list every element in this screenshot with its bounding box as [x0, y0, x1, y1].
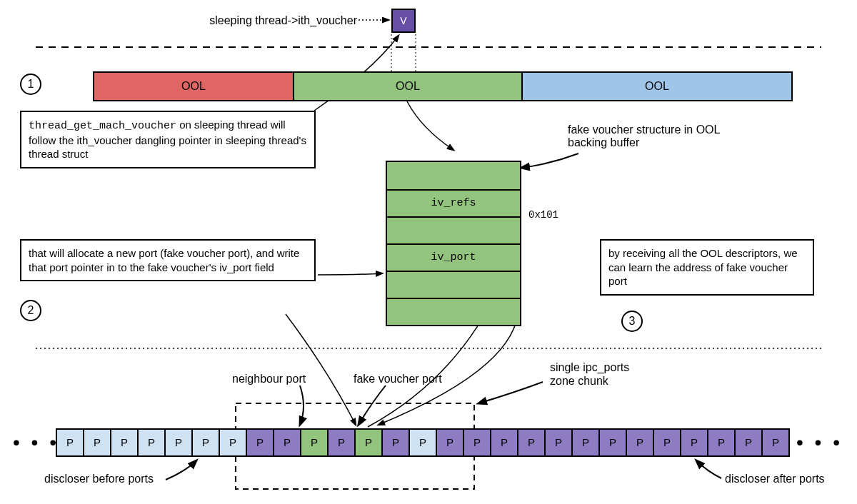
zone-chunk-line1: single ipc_ports — [550, 361, 629, 373]
struct-row-blank1 — [387, 162, 520, 189]
struct-row-blank3 — [387, 271, 520, 298]
sleeping-thread-label: sleeping thread->ith_voucher — [136, 14, 357, 27]
port-after: P — [626, 428, 654, 457]
port-chunk: P — [381, 428, 410, 457]
port-fake-voucher: P — [354, 428, 383, 457]
port-before: P — [164, 428, 193, 457]
port-before: P — [219, 428, 247, 457]
ool-segment-3: OOL — [523, 73, 791, 100]
struct-row-iv-refs: iv_refs — [387, 189, 520, 216]
neighbour-port-label: neighbour port — [232, 373, 306, 385]
step-3-marker: 3 — [621, 311, 643, 332]
port-after: P — [734, 428, 763, 457]
port-after: P — [598, 428, 627, 457]
hex-value: 0x101 — [528, 209, 558, 221]
port-before: P — [56, 428, 84, 457]
discloser-after-label: discloser after ports — [725, 473, 825, 485]
port-after: P — [571, 428, 600, 457]
step-1-marker: 1 — [20, 74, 41, 95]
step-1-text: thread_get_mach_voucher on sleeping thre… — [20, 111, 316, 168]
port-row: P P P P P P P P P P P P P P P P P P P P … — [56, 428, 790, 457]
step-3-text: by receiving all the OOL descriptors, we… — [600, 239, 814, 296]
port-before: P — [110, 428, 139, 457]
port-chunk: P — [436, 428, 464, 457]
struct-row-blank4 — [387, 298, 520, 325]
port-after: P — [653, 428, 681, 457]
fake-voucher-struct: iv_refs iv_port — [386, 161, 521, 326]
code-snippet: thread_get_mach_voucher — [29, 120, 176, 132]
ool-buffer-bar: OOL OOL OOL — [93, 71, 793, 101]
discloser-before-label: discloser before ports — [44, 473, 154, 485]
port-after: P — [544, 428, 573, 457]
step-2-text: that will allocate a new port (fake vouc… — [20, 239, 316, 281]
step-2-marker: 2 — [20, 300, 41, 321]
port-before: P — [83, 428, 111, 457]
struct-row-blank2 — [387, 216, 520, 243]
port-after: P — [761, 428, 790, 457]
port-chunk: P — [409, 428, 437, 457]
ool-segment-2: OOL — [294, 73, 523, 100]
ellipsis-left: • • • — [13, 428, 59, 457]
ellipsis-right: • • • — [796, 428, 843, 457]
port-after: P — [680, 428, 708, 457]
port-chunk: P — [327, 428, 356, 457]
port-chunk: P — [463, 428, 491, 457]
ool-segment-1: OOL — [94, 73, 294, 100]
zone-chunk-line2: zone chunk — [550, 375, 608, 387]
struct-row-iv-port: iv_port — [387, 243, 520, 271]
port-chunk: P — [246, 428, 274, 457]
port-before: P — [137, 428, 166, 457]
port-before: P — [191, 428, 220, 457]
fake-voucher-struct-label: fake voucher structure in OOL backing bu… — [568, 124, 732, 149]
voucher-box: V — [391, 9, 416, 33]
zone-chunk-label: single ipc_ports zone chunk — [550, 361, 629, 388]
port-after: P — [707, 428, 736, 457]
port-after: P — [490, 428, 518, 457]
port-neighbour: P — [300, 428, 329, 457]
port-after: P — [517, 428, 546, 457]
fake-voucher-port-label: fake voucher port — [354, 373, 442, 385]
port-chunk: P — [273, 428, 301, 457]
